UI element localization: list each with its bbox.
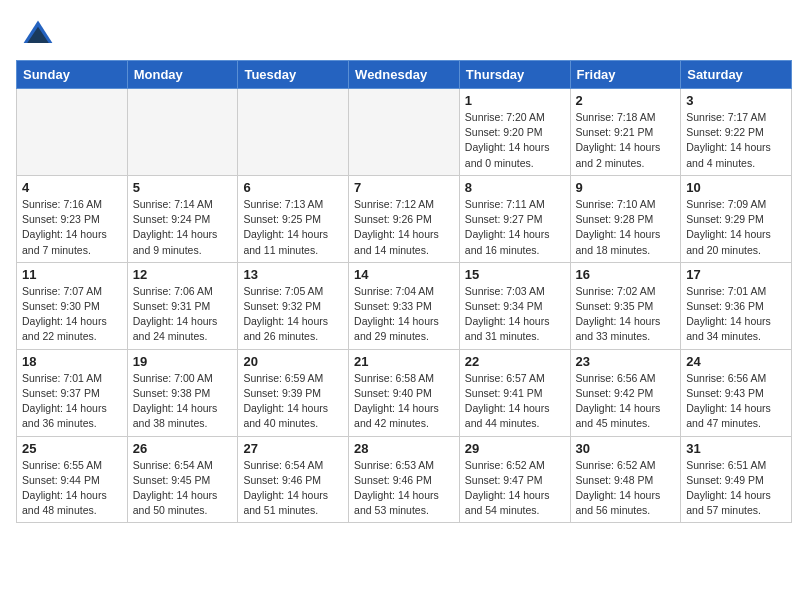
day-info: Sunrise: 7:17 AM Sunset: 9:22 PM Dayligh… — [686, 110, 786, 171]
day-number: 26 — [133, 441, 233, 456]
calendar-cell: 18Sunrise: 7:01 AM Sunset: 9:37 PM Dayli… — [17, 349, 128, 436]
calendar-cell: 28Sunrise: 6:53 AM Sunset: 9:46 PM Dayli… — [349, 436, 460, 523]
weekday-wednesday: Wednesday — [349, 61, 460, 89]
logo — [20, 16, 60, 52]
calendar-cell: 23Sunrise: 6:56 AM Sunset: 9:42 PM Dayli… — [570, 349, 681, 436]
calendar-cell: 3Sunrise: 7:17 AM Sunset: 9:22 PM Daylig… — [681, 89, 792, 176]
day-info: Sunrise: 6:58 AM Sunset: 9:40 PM Dayligh… — [354, 371, 454, 432]
day-number: 13 — [243, 267, 343, 282]
day-info: Sunrise: 7:11 AM Sunset: 9:27 PM Dayligh… — [465, 197, 565, 258]
day-info: Sunrise: 7:13 AM Sunset: 9:25 PM Dayligh… — [243, 197, 343, 258]
calendar-cell: 26Sunrise: 6:54 AM Sunset: 9:45 PM Dayli… — [127, 436, 238, 523]
calendar-cell: 2Sunrise: 7:18 AM Sunset: 9:21 PM Daylig… — [570, 89, 681, 176]
day-info: Sunrise: 7:06 AM Sunset: 9:31 PM Dayligh… — [133, 284, 233, 345]
day-info: Sunrise: 7:03 AM Sunset: 9:34 PM Dayligh… — [465, 284, 565, 345]
calendar-cell: 19Sunrise: 7:00 AM Sunset: 9:38 PM Dayli… — [127, 349, 238, 436]
calendar-cell: 30Sunrise: 6:52 AM Sunset: 9:48 PM Dayli… — [570, 436, 681, 523]
calendar-cell: 27Sunrise: 6:54 AM Sunset: 9:46 PM Dayli… — [238, 436, 349, 523]
day-number: 9 — [576, 180, 676, 195]
week-row-3: 11Sunrise: 7:07 AM Sunset: 9:30 PM Dayli… — [17, 262, 792, 349]
day-info: Sunrise: 6:56 AM Sunset: 9:43 PM Dayligh… — [686, 371, 786, 432]
day-info: Sunrise: 6:52 AM Sunset: 9:48 PM Dayligh… — [576, 458, 676, 519]
day-info: Sunrise: 6:55 AM Sunset: 9:44 PM Dayligh… — [22, 458, 122, 519]
day-number: 8 — [465, 180, 565, 195]
day-info: Sunrise: 7:09 AM Sunset: 9:29 PM Dayligh… — [686, 197, 786, 258]
weekday-saturday: Saturday — [681, 61, 792, 89]
day-number: 11 — [22, 267, 122, 282]
day-info: Sunrise: 6:56 AM Sunset: 9:42 PM Dayligh… — [576, 371, 676, 432]
day-number: 3 — [686, 93, 786, 108]
calendar-cell — [349, 89, 460, 176]
calendar-cell: 15Sunrise: 7:03 AM Sunset: 9:34 PM Dayli… — [459, 262, 570, 349]
day-info: Sunrise: 7:20 AM Sunset: 9:20 PM Dayligh… — [465, 110, 565, 171]
day-info: Sunrise: 7:12 AM Sunset: 9:26 PM Dayligh… — [354, 197, 454, 258]
day-info: Sunrise: 6:54 AM Sunset: 9:46 PM Dayligh… — [243, 458, 343, 519]
day-number: 25 — [22, 441, 122, 456]
day-number: 27 — [243, 441, 343, 456]
calendar-cell — [127, 89, 238, 176]
calendar-cell: 16Sunrise: 7:02 AM Sunset: 9:35 PM Dayli… — [570, 262, 681, 349]
day-number: 7 — [354, 180, 454, 195]
day-info: Sunrise: 7:10 AM Sunset: 9:28 PM Dayligh… — [576, 197, 676, 258]
day-number: 1 — [465, 93, 565, 108]
calendar-cell: 14Sunrise: 7:04 AM Sunset: 9:33 PM Dayli… — [349, 262, 460, 349]
weekday-tuesday: Tuesday — [238, 61, 349, 89]
day-info: Sunrise: 7:14 AM Sunset: 9:24 PM Dayligh… — [133, 197, 233, 258]
calendar-cell: 24Sunrise: 6:56 AM Sunset: 9:43 PM Dayli… — [681, 349, 792, 436]
header — [0, 0, 792, 60]
day-number: 4 — [22, 180, 122, 195]
calendar-cell: 8Sunrise: 7:11 AM Sunset: 9:27 PM Daylig… — [459, 175, 570, 262]
calendar-cell: 11Sunrise: 7:07 AM Sunset: 9:30 PM Dayli… — [17, 262, 128, 349]
day-info: Sunrise: 6:52 AM Sunset: 9:47 PM Dayligh… — [465, 458, 565, 519]
calendar-cell: 21Sunrise: 6:58 AM Sunset: 9:40 PM Dayli… — [349, 349, 460, 436]
day-info: Sunrise: 7:01 AM Sunset: 9:37 PM Dayligh… — [22, 371, 122, 432]
calendar-cell: 12Sunrise: 7:06 AM Sunset: 9:31 PM Dayli… — [127, 262, 238, 349]
day-number: 24 — [686, 354, 786, 369]
calendar-cell: 29Sunrise: 6:52 AM Sunset: 9:47 PM Dayli… — [459, 436, 570, 523]
day-number: 14 — [354, 267, 454, 282]
day-info: Sunrise: 6:59 AM Sunset: 9:39 PM Dayligh… — [243, 371, 343, 432]
calendar-cell: 31Sunrise: 6:51 AM Sunset: 9:49 PM Dayli… — [681, 436, 792, 523]
calendar-wrap: SundayMondayTuesdayWednesdayThursdayFrid… — [0, 60, 792, 531]
day-number: 12 — [133, 267, 233, 282]
weekday-header-row: SundayMondayTuesdayWednesdayThursdayFrid… — [17, 61, 792, 89]
day-info: Sunrise: 7:05 AM Sunset: 9:32 PM Dayligh… — [243, 284, 343, 345]
day-info: Sunrise: 6:54 AM Sunset: 9:45 PM Dayligh… — [133, 458, 233, 519]
day-info: Sunrise: 7:04 AM Sunset: 9:33 PM Dayligh… — [354, 284, 454, 345]
weekday-sunday: Sunday — [17, 61, 128, 89]
day-number: 21 — [354, 354, 454, 369]
day-info: Sunrise: 7:00 AM Sunset: 9:38 PM Dayligh… — [133, 371, 233, 432]
day-info: Sunrise: 7:01 AM Sunset: 9:36 PM Dayligh… — [686, 284, 786, 345]
calendar-cell — [17, 89, 128, 176]
weekday-thursday: Thursday — [459, 61, 570, 89]
weekday-monday: Monday — [127, 61, 238, 89]
calendar-cell — [238, 89, 349, 176]
logo-icon — [20, 16, 56, 52]
day-number: 15 — [465, 267, 565, 282]
calendar-cell: 4Sunrise: 7:16 AM Sunset: 9:23 PM Daylig… — [17, 175, 128, 262]
calendar-cell: 13Sunrise: 7:05 AM Sunset: 9:32 PM Dayli… — [238, 262, 349, 349]
calendar-cell: 22Sunrise: 6:57 AM Sunset: 9:41 PM Dayli… — [459, 349, 570, 436]
day-info: Sunrise: 7:02 AM Sunset: 9:35 PM Dayligh… — [576, 284, 676, 345]
day-info: Sunrise: 6:53 AM Sunset: 9:46 PM Dayligh… — [354, 458, 454, 519]
day-info: Sunrise: 6:57 AM Sunset: 9:41 PM Dayligh… — [465, 371, 565, 432]
calendar-cell: 25Sunrise: 6:55 AM Sunset: 9:44 PM Dayli… — [17, 436, 128, 523]
day-number: 22 — [465, 354, 565, 369]
day-number: 18 — [22, 354, 122, 369]
week-row-5: 25Sunrise: 6:55 AM Sunset: 9:44 PM Dayli… — [17, 436, 792, 523]
calendar-cell: 5Sunrise: 7:14 AM Sunset: 9:24 PM Daylig… — [127, 175, 238, 262]
day-number: 29 — [465, 441, 565, 456]
calendar-cell: 20Sunrise: 6:59 AM Sunset: 9:39 PM Dayli… — [238, 349, 349, 436]
day-number: 5 — [133, 180, 233, 195]
day-number: 28 — [354, 441, 454, 456]
day-number: 30 — [576, 441, 676, 456]
calendar-cell: 6Sunrise: 7:13 AM Sunset: 9:25 PM Daylig… — [238, 175, 349, 262]
calendar-cell: 10Sunrise: 7:09 AM Sunset: 9:29 PM Dayli… — [681, 175, 792, 262]
week-row-2: 4Sunrise: 7:16 AM Sunset: 9:23 PM Daylig… — [17, 175, 792, 262]
day-number: 2 — [576, 93, 676, 108]
day-number: 31 — [686, 441, 786, 456]
calendar-cell: 1Sunrise: 7:20 AM Sunset: 9:20 PM Daylig… — [459, 89, 570, 176]
day-number: 10 — [686, 180, 786, 195]
day-number: 19 — [133, 354, 233, 369]
calendar-cell: 17Sunrise: 7:01 AM Sunset: 9:36 PM Dayli… — [681, 262, 792, 349]
